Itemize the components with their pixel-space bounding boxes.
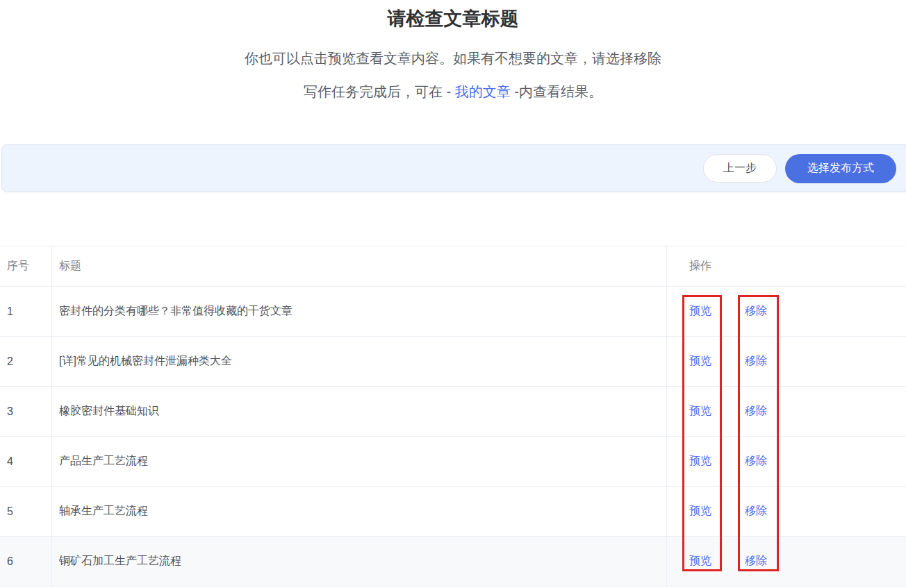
page-header: 请检查文章标题 你也可以点击预览查看文章内容。如果有不想要的文章，请选择移除 写… (0, 0, 906, 101)
preview-link[interactable]: 预览 (689, 504, 711, 519)
row-index: 5 (0, 487, 52, 536)
remove-link[interactable]: 移除 (745, 554, 767, 569)
table-row: 5 轴承生产工艺流程 预览 移除 (0, 487, 906, 537)
article-title: 铜矿石加工生产工艺流程 (52, 537, 667, 586)
page-title: 请检查文章标题 (0, 7, 906, 31)
preview-link[interactable]: 预览 (689, 304, 711, 319)
subtitle-line-2-prefix: 写作任务完成后，可在 - (304, 84, 455, 99)
article-title: [详]常见的机械密封件泄漏种类大全 (52, 337, 667, 386)
row-index: 2 (0, 337, 52, 386)
table-row: 4 产品生产工艺流程 预览 移除 (0, 437, 906, 487)
table-row: 2 [详]常见的机械密封件泄漏种类大全 预览 移除 (0, 337, 906, 387)
preview-link[interactable]: 预览 (689, 354, 711, 369)
row-actions: 预览 移除 (667, 287, 906, 336)
previous-step-button[interactable]: 上一步 (703, 154, 777, 183)
remove-link[interactable]: 移除 (745, 454, 767, 469)
header-action: 操作 (667, 246, 906, 286)
subtitle-line-1: 你也可以点击预览查看文章内容。如果有不想要的文章，请选择移除 (0, 49, 906, 68)
article-table: 序号 标题 操作 1 密封件的分类有哪些？非常值得收藏的干货文章 预览 移除 2… (0, 246, 906, 587)
row-index: 3 (0, 387, 52, 436)
action-toolbar: 上一步 选择发布方式 (1, 144, 906, 192)
row-actions: 预览 移除 (667, 487, 906, 536)
row-index: 4 (0, 437, 52, 486)
preview-link[interactable]: 预览 (689, 554, 711, 569)
row-actions: 预览 移除 (667, 337, 906, 386)
remove-link[interactable]: 移除 (745, 354, 767, 369)
remove-link[interactable]: 移除 (745, 404, 767, 419)
remove-link[interactable]: 移除 (745, 504, 767, 519)
preview-link[interactable]: 预览 (689, 454, 711, 469)
remove-link[interactable]: 移除 (745, 304, 767, 319)
table-row: 3 橡胶密封件基础知识 预览 移除 (0, 387, 906, 437)
article-title: 橡胶密封件基础知识 (52, 387, 667, 436)
table-header-row: 序号 标题 操作 (0, 246, 906, 287)
header-title: 标题 (52, 246, 667, 286)
header-index: 序号 (0, 246, 52, 286)
article-title: 轴承生产工艺流程 (52, 487, 667, 536)
article-title: 产品生产工艺流程 (52, 437, 667, 486)
row-actions: 预览 移除 (667, 387, 906, 436)
row-index: 6 (0, 537, 52, 586)
table-row: 1 密封件的分类有哪些？非常值得收藏的干货文章 预览 移除 (0, 287, 906, 337)
table-row: 6 铜矿石加工生产工艺流程 预览 移除 (0, 537, 906, 587)
subtitle-line-2-suffix: -内查看结果。 (511, 84, 602, 99)
my-articles-link[interactable]: 我的文章 (455, 84, 511, 99)
subtitle-line-2: 写作任务完成后，可在 - 我的文章 -内查看结果。 (0, 82, 906, 101)
row-actions: 预览 移除 (667, 437, 906, 486)
row-actions: 预览 移除 (667, 537, 906, 586)
choose-publish-method-button[interactable]: 选择发布方式 (785, 154, 896, 183)
row-index: 1 (0, 287, 52, 336)
article-title: 密封件的分类有哪些？非常值得收藏的干货文章 (52, 287, 667, 336)
preview-link[interactable]: 预览 (689, 404, 711, 419)
